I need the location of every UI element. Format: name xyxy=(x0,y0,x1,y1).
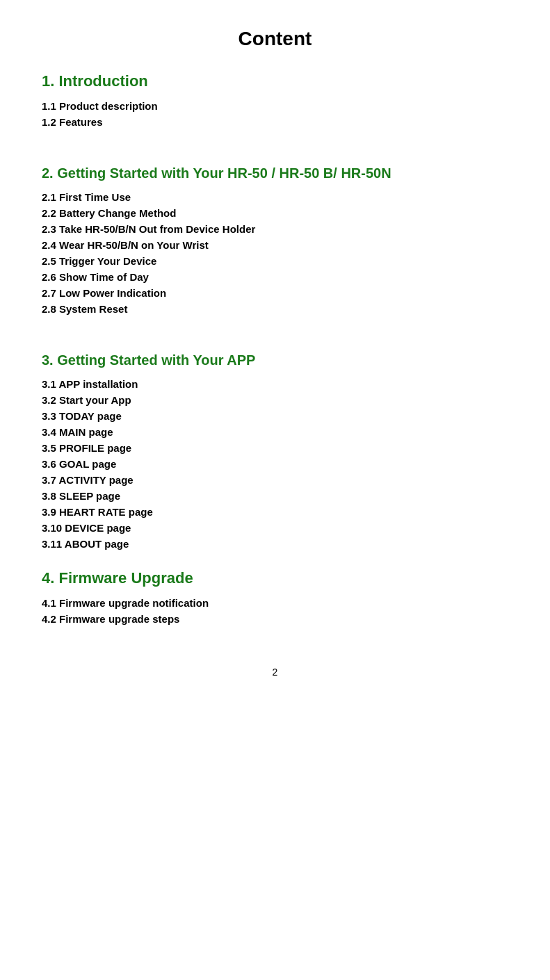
toc-item-3-7: 3.7 ACTIVITY page xyxy=(42,474,508,486)
toc-item-4-1: 4.1 Firmware upgrade notification xyxy=(42,597,508,609)
toc-item-2-8: 2.8 System Reset xyxy=(42,303,508,315)
toc-item-2-5: 2.5 Trigger Your Device xyxy=(42,255,508,267)
toc-item-2-4: 2.4 Wear HR-50/B/N on Your Wrist xyxy=(42,239,508,251)
page-number: 2 xyxy=(42,667,508,678)
toc-item-1-2: 1.2 Features xyxy=(42,116,508,128)
section-2-heading: 2. Getting Started with Your HR-50 / HR-… xyxy=(42,165,508,181)
toc-item-3-2: 3.2 Start your App xyxy=(42,394,508,406)
toc-item-3-8: 3.8 SLEEP page xyxy=(42,490,508,502)
section-2-group: 2. Getting Started with Your HR-50 / HR-… xyxy=(42,165,508,315)
section-1-group: 1. Introduction 1.1 Product description … xyxy=(42,72,508,128)
toc-item-1-1: 1.1 Product description xyxy=(42,100,508,112)
toc-item-3-10: 3.10 DEVICE page xyxy=(42,522,508,534)
toc-item-2-6: 2.6 Show Time of Day xyxy=(42,271,508,283)
toc-item-3-6: 3.6 GOAL page xyxy=(42,458,508,470)
toc-item-2-3: 2.3 Take HR-50/B/N Out from Device Holde… xyxy=(42,223,508,235)
section-3-group: 3. Getting Started with Your APP 3.1 APP… xyxy=(42,352,508,550)
section-4-group: 4. Firmware Upgrade 4.1 Firmware upgrade… xyxy=(42,569,508,625)
toc-item-2-1: 2.1 First Time Use xyxy=(42,191,508,203)
toc-container: 1. Introduction 1.1 Product description … xyxy=(42,72,508,625)
toc-item-3-5: 3.5 PROFILE page xyxy=(42,442,508,454)
toc-item-3-1: 3.1 APP installation xyxy=(42,378,508,390)
page-title: Content xyxy=(42,28,508,50)
toc-item-2-2: 2.2 Battery Change Method xyxy=(42,207,508,219)
section-4-heading: 4. Firmware Upgrade xyxy=(42,569,508,587)
toc-item-3-9: 3.9 HEART RATE page xyxy=(42,506,508,518)
toc-item-3-11: 3.11 ABOUT page xyxy=(42,538,508,550)
toc-item-4-2: 4.2 Firmware upgrade steps xyxy=(42,613,508,625)
section-1-heading: 1. Introduction xyxy=(42,72,508,90)
section-3-heading: 3. Getting Started with Your APP xyxy=(42,352,508,368)
toc-item-2-7: 2.7 Low Power Indication xyxy=(42,287,508,299)
toc-item-3-4: 3.4 MAIN page xyxy=(42,426,508,438)
toc-item-3-3: 3.3 TODAY page xyxy=(42,410,508,422)
